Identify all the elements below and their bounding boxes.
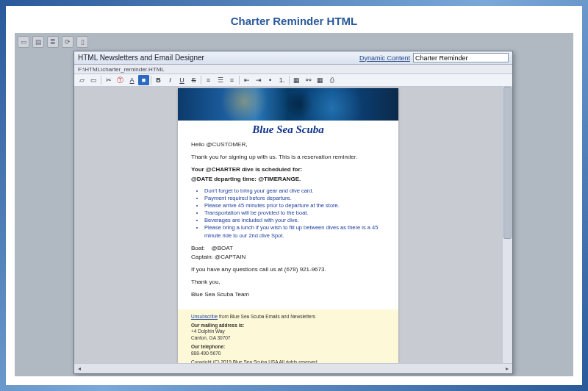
addr2: Canton, GA 30707 <box>191 335 231 340</box>
outer-toolbar: ▭ ▤ ≣ ⟳ ▯ <box>18 36 88 48</box>
strike-button[interactable]: S <box>188 75 199 85</box>
table-button[interactable]: ▦ <box>315 75 326 85</box>
brand-title: Blue Sea Scuba <box>178 121 398 140</box>
scroll-right-icon[interactable]: ▸ <box>502 365 512 373</box>
signoff-text: Blue Sea Scuba Team <box>191 290 385 298</box>
greeting-text: Hello @CUSTOMER, <box>191 140 385 148</box>
vertical-scrollbar[interactable] <box>502 87 512 363</box>
unsubscribe-link[interactable]: Unsubscribe <box>191 314 218 319</box>
unsubscribe-rest: from Blue Sea Scuba Emails and Newslette… <box>218 314 315 319</box>
font-button[interactable]: A <box>126 75 137 85</box>
link-button[interactable]: ⚯ <box>303 75 314 85</box>
window-title: HTML Newsletters and Email Designer <box>78 54 204 62</box>
list-ul-button[interactable]: • <box>265 75 276 85</box>
align-center-button[interactable]: ☰ <box>215 75 226 85</box>
tel-value: 888-490-5670 <box>191 351 220 356</box>
italic-button[interactable]: I <box>165 75 176 85</box>
reminder-list: Don't forget to bring your gear and dive… <box>204 187 385 240</box>
editor-toolbar: ▱ ▭ ✂ Ⓣ A ■ B I U S ≡ ☰ ≡ ⇤ ⇥ • 1. <box>74 74 512 87</box>
addr1: +4 Dolphin Way <box>191 329 225 334</box>
align-right-button[interactable]: ≡ <box>226 75 237 85</box>
page-icon[interactable]: ▯ <box>76 36 88 48</box>
new-button[interactable]: ▱ <box>76 75 87 85</box>
boat-line: Boat: @BOAT <box>191 244 385 252</box>
list-item: Payment required before departure. <box>204 195 385 202</box>
addr-label: Our mailing address is: <box>191 323 244 328</box>
list-item: Beverages are included with your dive. <box>204 217 385 224</box>
list-item: Transportation will be provided to the b… <box>204 209 385 217</box>
schedule-line1: Your @CHARTER dive is scheduled for: <box>191 165 385 173</box>
template-name-input[interactable] <box>413 53 509 62</box>
doc-icon[interactable]: ▭ <box>18 36 29 48</box>
copyright-text: Copyright (C) 2019 Blue Sea Scuba USA Al… <box>191 359 385 363</box>
window-titlebar: HTML Newsletters and Email Designer Dyna… <box>74 51 512 65</box>
open-button[interactable]: ▭ <box>88 75 99 85</box>
fill-button[interactable]: ■ <box>138 75 149 85</box>
hero-image <box>178 88 398 121</box>
document-canvas[interactable]: Blue Sea Scuba Hello @CUSTOMER, Thank yo… <box>74 87 502 363</box>
save-icon[interactable]: ▤ <box>32 36 44 48</box>
refresh-icon[interactable]: ⟳ <box>62 36 74 48</box>
horizontal-scrollbar[interactable]: ◂ ▸ <box>74 363 512 373</box>
indent-button[interactable]: ⇥ <box>253 75 264 85</box>
print-button[interactable]: ⎙ <box>326 75 337 85</box>
app-window: HTML Newsletters and Email Designer Dyna… <box>74 51 513 374</box>
cut-button[interactable]: ✂ <box>103 75 114 85</box>
captain-line: Captain: @CAPTAIN <box>191 253 385 261</box>
bold-button[interactable]: B <box>153 75 164 85</box>
outdent-button[interactable]: ⇤ <box>241 75 252 85</box>
file-path: F:\HTML\charter_reminder.HTML <box>74 65 512 74</box>
intro-text: Thank you for signing up with us. This i… <box>191 153 385 161</box>
questions-text: If you have any questions call us at (67… <box>191 265 385 273</box>
list-item: Don't forget to bring your gear and dive… <box>204 187 385 195</box>
text-color-button[interactable]: Ⓣ <box>115 75 126 85</box>
email-footer: Unsubscribe from Blue Sea Scuba Emails a… <box>178 309 398 363</box>
db-icon[interactable]: ≣ <box>47 36 59 48</box>
desktop-area: ▭ ▤ ≣ ⟳ ▯ HTML Newsletters and Email Des… <box>15 33 573 376</box>
tel-label: Our telephone: <box>191 344 225 349</box>
scroll-left-icon[interactable]: ◂ <box>74 365 85 373</box>
page-title: Charter Reminder HTML <box>6 6 582 33</box>
image-button[interactable]: ▦ <box>291 75 302 85</box>
list-item: Please bring a lunch if you wish to fill… <box>204 224 385 239</box>
dynamic-content-link[interactable]: Dynamic Content <box>359 54 410 62</box>
align-left-button[interactable]: ≡ <box>203 75 214 85</box>
underline-button[interactable]: U <box>176 75 187 85</box>
email-page: Blue Sea Scuba Hello @CUSTOMER, Thank yo… <box>178 88 398 363</box>
thanks-text: Thank you, <box>191 278 385 286</box>
list-ol-button[interactable]: 1. <box>276 75 287 85</box>
schedule-line2: @DATE departing time: @TIMERANGE. <box>191 175 385 183</box>
list-item: Please arrive 45 minutes prior to depart… <box>204 202 385 209</box>
